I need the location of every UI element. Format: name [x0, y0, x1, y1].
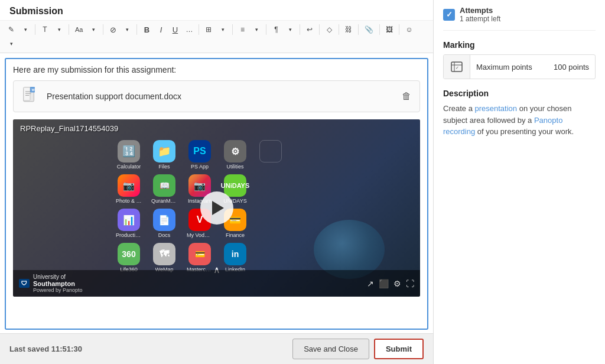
marking-icon-cell: ✓ [444, 55, 470, 79]
university-line1: University of [33, 274, 83, 280]
app-icon-box: 📷 [118, 174, 140, 197]
app-label: QuranMajeed [151, 198, 177, 204]
app-label: Files [158, 164, 170, 170]
description-heading: Description [443, 89, 596, 98]
video-thumbnail[interactable]: RPReplay_Final1714554039 🔢 Calculator [13, 119, 420, 297]
pen-dropdown-btn[interactable]: ▾ [19, 23, 32, 36]
emoji-btn[interactable]: ☺ [402, 23, 415, 36]
toolbar-sep-3 [103, 24, 103, 35]
app-icon-box: 📊 [118, 209, 140, 231]
app-icon-box: 🗺 [153, 243, 175, 265]
section-title: Submission [0, 0, 433, 21]
expand-icon[interactable]: ↗ [367, 279, 374, 288]
toolbar-sep-9 [319, 24, 320, 35]
app-label: Docs [158, 232, 171, 238]
marking-label: Maximum points [470, 58, 548, 76]
video-controls: ↗ ⬛ ⚙ ⛶ [367, 279, 414, 288]
clear-dropdown-btn[interactable]: ▾ [121, 23, 134, 36]
university-line2: Southampton [33, 280, 83, 287]
text-dropdown-btn[interactable]: ▾ [53, 23, 66, 36]
align-dropdown-btn[interactable]: ▾ [250, 23, 263, 36]
svg-text:✓: ✓ [456, 66, 459, 70]
university-name: University of Southampton Powered by Pan… [33, 274, 83, 293]
app-icon-box [259, 174, 282, 197]
last-saved-prefix: Last saved [9, 344, 49, 353]
fullscreen-icon[interactable]: ⛶ [406, 279, 414, 288]
save-close-button[interactable]: Save and Close [292, 339, 369, 359]
description-text: Create a presentation on your chosen sub… [443, 103, 596, 138]
paragraph-dropdown-btn[interactable]: ▾ [284, 23, 297, 36]
undo-btn[interactable]: ↩ [303, 23, 316, 36]
app-label: Calculator [117, 164, 141, 170]
paragraph-btn[interactable]: ¶ [269, 23, 282, 36]
app-icon-calculator: 🔢 Calculator [113, 140, 144, 170]
app-icon-blank3 [255, 209, 286, 238]
app-icon-wemap: 🗺 WeMap [149, 243, 180, 272]
settings-icon[interactable]: ⚙ [393, 279, 401, 288]
link-btn[interactable]: ⛓ [342, 23, 355, 36]
toolbar-sep-7 [266, 24, 266, 35]
more-btn[interactable]: … [183, 23, 196, 36]
font-size-btn[interactable]: Aa [72, 23, 86, 36]
attempts-remaining: 1 attempt left [460, 15, 500, 23]
pen-tool-btn[interactable]: ✎ [5, 23, 18, 36]
toolbar-sep-8 [300, 24, 300, 35]
app-icon-box: in [224, 243, 246, 265]
file-attachment: W Presentation support document.docx 🗑 [13, 80, 420, 112]
attempts-title: Attempts [460, 6, 500, 15]
app-icon-linkedin: in LinkedIn [220, 243, 251, 272]
clear-format-btn[interactable]: ⊘ [106, 23, 119, 36]
left-panel: Submission ✎ ▾ T ▾ Aa ▾ ⊘ ▾ B I U … ⊞ ▾ … [0, 0, 434, 364]
editor-area[interactable]: Here are my submission for this assignme… [5, 58, 428, 330]
toolbar-sep-13 [399, 24, 399, 35]
file-delete-btn[interactable]: 🗑 [399, 89, 414, 104]
play-button-container[interactable] [200, 191, 233, 225]
marking-section: Marking ✓ Maximum points 100 points [443, 40, 596, 79]
submit-button[interactable]: Submit [374, 339, 424, 359]
last-saved: Last saved 11:51:30 [9, 344, 82, 353]
app-label: Productivity [116, 232, 142, 238]
font-dropdown-btn[interactable]: ▾ [87, 23, 100, 36]
underline-btn[interactable]: U [168, 23, 181, 36]
emoji-dropdown-btn[interactable]: ▾ [5, 37, 18, 50]
image-btn[interactable]: 🖼 [383, 23, 396, 36]
align-btn[interactable]: ≡ [236, 23, 249, 36]
toolbar-sep-11 [358, 24, 359, 35]
bold-btn[interactable]: B [140, 23, 153, 36]
app-icon-box: 📖 [153, 174, 175, 197]
desc-link-1[interactable]: presentation [474, 104, 517, 113]
caption-icon[interactable]: ⬛ [379, 279, 389, 288]
app-icon-photo: 📷 Photo & Video [113, 174, 144, 204]
play-btn[interactable] [200, 191, 233, 225]
attachment-btn[interactable]: 📎 [362, 23, 376, 36]
desc-text-3: of you presenting your work. [475, 127, 574, 136]
italic-btn[interactable]: I [154, 23, 167, 36]
footer-buttons: Save and Close Submit [292, 339, 424, 359]
table-dropdown-btn[interactable]: ▾ [216, 23, 229, 36]
app-icon-docs: 📄 Docs [149, 209, 180, 238]
video-overlay: RPReplay_Final1714554039 🔢 Calculator [13, 119, 420, 297]
attempts-checkbox-icon [443, 9, 455, 21]
last-saved-time: 11:51:30 [51, 344, 82, 353]
footer-bar: Last saved 11:51:30 Save and Close Submi… [0, 333, 433, 364]
app-icon-box: PS [188, 140, 211, 162]
app-icon-box: ⚙ [224, 140, 246, 162]
app-icon-box [259, 140, 282, 162]
university-shield: 🛡 [19, 279, 30, 288]
app-icon-box [259, 209, 282, 231]
app-icon-life360: 360 Life360 [113, 243, 144, 272]
text-tool-btn[interactable]: T [38, 23, 51, 36]
description-section: Description Create a presentation on you… [443, 89, 596, 138]
app-icon-blank2 [255, 174, 286, 204]
toolbar-sep-10 [339, 24, 339, 35]
app-icon-box: 🔢 [118, 140, 140, 162]
file-icon: W [19, 86, 41, 107]
attempts-section: Attempts 1 attempt left [443, 6, 596, 31]
app-icon-box: 📄 [153, 209, 175, 231]
eraser-btn[interactable]: ◇ [323, 23, 336, 36]
attempts-info: Attempts 1 attempt left [460, 6, 500, 23]
table-btn[interactable]: ⊞ [202, 23, 215, 36]
editor-toolbar: ✎ ▾ T ▾ Aa ▾ ⊘ ▾ B I U … ⊞ ▾ ≡ ▾ ¶ ▾ [0, 21, 433, 53]
toolbar-sep-4 [136, 24, 137, 35]
toolbar-sep-5 [199, 24, 199, 35]
